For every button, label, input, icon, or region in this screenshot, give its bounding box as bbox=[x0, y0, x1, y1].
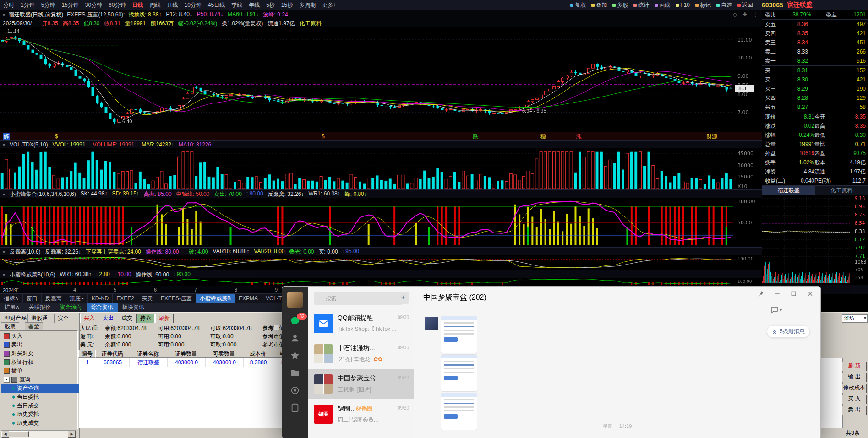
search-input[interactable] bbox=[314, 292, 403, 305]
period-tab[interactable]: 周线 bbox=[146, 1, 164, 9]
table-header-cell[interactable]: 证券名称 bbox=[129, 350, 167, 358]
chat-list-item[interactable]: 中石油潍坊...09/30[21条] 辛继花: ✿✿ bbox=[308, 339, 414, 369]
fcl-line-chart[interactable] bbox=[0, 255, 762, 270]
extension-tab[interactable]: 资金流向 bbox=[55, 303, 87, 312]
toolbar-item[interactable]: 自选 bbox=[714, 1, 735, 9]
trade-action-button[interactable]: 成交 bbox=[118, 314, 136, 323]
ask-row[interactable]: 卖一8.32516 bbox=[762, 56, 868, 65]
scroll-left-icon[interactable]: ◀ bbox=[1, 431, 9, 438]
new-messages-pill[interactable]: 5条新消息 bbox=[767, 326, 809, 337]
period-tab[interactable]: 15秒 bbox=[278, 1, 296, 9]
table-header-cell[interactable]: 编号 bbox=[78, 350, 96, 358]
indicator-tab[interactable]: 小蜜蜂威廉B bbox=[196, 294, 235, 303]
tree-scrollbar[interactable]: ◀ ▶ bbox=[1, 430, 76, 438]
collapse-icon[interactable]: ▾ bbox=[3, 249, 5, 254]
message-sender-avatar[interactable] bbox=[425, 317, 438, 330]
chat-list-item[interactable]: 锅圈锅圈...@锅圈09/30周二! 锅圈会员... bbox=[308, 399, 414, 429]
trade-menu-item[interactable]: 卖出 bbox=[1, 341, 79, 349]
maximize-button[interactable] bbox=[790, 290, 798, 298]
tree-expander-icon[interactable]: - bbox=[4, 377, 10, 383]
collapse-icon[interactable]: ▾ bbox=[3, 142, 5, 147]
toolbar-item[interactable]: 统计 bbox=[631, 1, 652, 9]
trade-menu-subitem[interactable]: ◆资产查询 bbox=[1, 384, 87, 393]
bid-row[interactable]: 买一8.31152 bbox=[762, 66, 868, 75]
indicator-tab[interactable]: KD-KD bbox=[88, 294, 113, 303]
chat-list-item[interactable]: QQ邮箱提醒09/30TikTok Shop:【TikTok ... bbox=[308, 308, 414, 339]
indicator-tab[interactable]: 顶底~ bbox=[66, 294, 88, 303]
current-stock-header[interactable]: 603065 宿迁联盛 bbox=[756, 0, 868, 10]
indicator-tab[interactable]: 反蠢离 bbox=[42, 294, 66, 303]
period-tab[interactable]: 10分钟 bbox=[181, 1, 204, 9]
trade-menu-item[interactable]: -查询 bbox=[1, 375, 79, 384]
scroll-right-icon[interactable]: ▶ bbox=[68, 431, 76, 438]
indicator-tab[interactable]: 指标∧ bbox=[0, 294, 23, 303]
minimize-button[interactable] bbox=[774, 290, 782, 298]
more-vertical-icon[interactable]: ⋮ bbox=[753, 11, 758, 18]
files-icon[interactable] bbox=[290, 368, 300, 378]
period-tab[interactable]: 60分钟 bbox=[105, 1, 129, 9]
trade-action-button[interactable]: 买入 bbox=[80, 314, 98, 323]
pin-icon[interactable] bbox=[757, 290, 765, 298]
contacts-icon[interactable] bbox=[290, 333, 300, 343]
extension-tab[interactable]: 扩展∧ bbox=[0, 303, 24, 312]
trade-action-button[interactable]: 卖出 bbox=[99, 314, 117, 323]
bid-row[interactable]: 买四8.28129 bbox=[762, 93, 868, 103]
ask-row[interactable]: 卖三8.34451 bbox=[762, 38, 868, 47]
period-tab[interactable]: 15分钟 bbox=[58, 1, 82, 9]
mini-intraday-chart[interactable] bbox=[762, 195, 868, 285]
indicator-tab[interactable]: 买卖 bbox=[138, 294, 157, 303]
toolbar-item[interactable]: 复权 bbox=[568, 1, 589, 9]
trade-side-button[interactable]: 刷 新 bbox=[842, 362, 867, 371]
trade-action-button[interactable]: 刷新 bbox=[155, 314, 174, 323]
scrollbar-thumb[interactable] bbox=[9, 431, 29, 437]
toolbar-item[interactable]: F10 bbox=[673, 2, 693, 8]
extension-tab[interactable]: 综合资讯 bbox=[87, 303, 118, 312]
table-header-cell[interactable]: 证券代码 bbox=[95, 350, 129, 358]
trade-side-button[interactable]: 输 出 bbox=[842, 373, 867, 382]
period-tab[interactable]: 多周期 bbox=[296, 1, 319, 9]
favorites-icon[interactable] bbox=[290, 351, 300, 361]
collapse-icon[interactable]: ▾ bbox=[3, 192, 5, 197]
period-tab[interactable]: 45日线 bbox=[205, 1, 228, 9]
plus-icon[interactable]: ✚ bbox=[742, 11, 747, 18]
table-header-cell[interactable]: 可卖数量 bbox=[205, 350, 243, 358]
period-tab[interactable]: 日线 bbox=[129, 1, 146, 9]
table-header-cell[interactable]: 成本价 bbox=[243, 350, 273, 358]
chat-bubble-icon[interactable]: ▾ bbox=[770, 306, 782, 314]
extension-tab[interactable]: 关联报价 bbox=[24, 303, 55, 312]
site-selector[interactable]: 潍坊 ▾ bbox=[842, 314, 868, 323]
trade-side-button[interactable]: 卖 出 bbox=[842, 406, 867, 415]
indicator-tab[interactable]: 窗口 bbox=[23, 294, 42, 303]
screenshot-thumbnail[interactable] bbox=[441, 316, 477, 353]
trade-top-tab[interactable]: 理财产品 bbox=[1, 314, 30, 323]
toolbar-item[interactable]: 多股 bbox=[610, 1, 631, 9]
account-checkbox[interactable] bbox=[274, 325, 279, 330]
collapse-icon[interactable]: ▾ bbox=[3, 12, 5, 17]
bee-oscillator-chart[interactable] bbox=[0, 198, 762, 247]
main-candlestick-chart[interactable] bbox=[0, 27, 762, 132]
trade-menu-subitem[interactable]: ◆当日成交 bbox=[1, 401, 87, 410]
trade-menu-subitem[interactable]: ◆当日委托 bbox=[1, 393, 87, 401]
period-tab[interactable]: 分时 bbox=[0, 1, 17, 9]
period-tab[interactable]: 月线 bbox=[164, 1, 181, 9]
quote-stock-tab[interactable]: 宿迁联盛 bbox=[762, 186, 815, 195]
ask-row[interactable]: 卖五8.36497 bbox=[762, 20, 868, 29]
bid-row[interactable]: 买三8.29190 bbox=[762, 84, 868, 93]
trade-menu-item[interactable]: 买入 bbox=[1, 332, 79, 341]
extension-tab[interactable]: 板块资讯 bbox=[118, 303, 149, 312]
toolbar-item[interactable]: 返回 bbox=[735, 1, 756, 9]
trade-menu-item[interactable]: 对买对卖 bbox=[1, 349, 79, 358]
indicator-tab[interactable]: EXEES-压蓝 bbox=[157, 294, 196, 303]
indicator-tab[interactable]: EXEE2 bbox=[113, 294, 138, 303]
diamond-icon[interactable]: ◇ bbox=[733, 11, 737, 18]
miniprogram-icon[interactable] bbox=[290, 403, 300, 413]
period-tab[interactable]: 5分钟 bbox=[38, 1, 59, 9]
trade-menu-item[interactable]: 权证行权 bbox=[1, 358, 79, 367]
trade-menu-item[interactable]: 撤单 bbox=[1, 367, 79, 375]
toolbar-item[interactable]: 标记 bbox=[693, 1, 714, 9]
trade-menu-subitem[interactable]: ◆历史成交 bbox=[1, 419, 87, 427]
toolbar-item[interactable]: 叠加 bbox=[589, 1, 610, 9]
trade-side-button[interactable]: 修改成本 bbox=[842, 384, 867, 393]
period-tab[interactable]: 5秒 bbox=[263, 1, 278, 9]
trade-top-tab[interactable]: 安全 bbox=[54, 314, 72, 323]
